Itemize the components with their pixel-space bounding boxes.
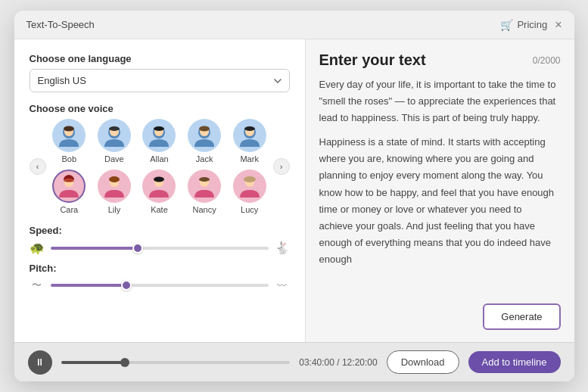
- voice-name-allan: Allan: [150, 154, 168, 163]
- voice-item-nancy[interactable]: Nancy: [184, 170, 225, 214]
- play-pause-button[interactable]: ⏸: [28, 350, 52, 375]
- pricing-button[interactable]: 🛒 Pricing: [500, 19, 547, 31]
- pricing-label: Pricing: [517, 19, 547, 30]
- left-panel: Choose one language English US Choose on…: [14, 39, 306, 342]
- svg-point-8: [154, 126, 164, 131]
- voice-avatar-lucy: [233, 170, 266, 203]
- char-count: 0/2000: [533, 55, 561, 66]
- cart-icon: 🛒: [500, 19, 513, 31]
- voice-prev-arrow[interactable]: ‹: [30, 158, 46, 175]
- voice-name-cara: Cara: [60, 205, 78, 214]
- add-to-timeline-button[interactable]: Add to timeline: [468, 351, 561, 373]
- title-bar: Text-To-Speech 🛒 Pricing ×: [14, 11, 574, 39]
- voice-avatar-jack: [188, 119, 221, 152]
- voice-item-kate[interactable]: Kate: [139, 170, 180, 214]
- voice-name-jack: Jack: [196, 154, 213, 163]
- pitch-low-icon: 〜: [30, 278, 45, 292]
- voice-avatar-bob: [52, 119, 86, 152]
- language-select[interactable]: English US: [30, 69, 290, 92]
- pitch-slider-row: 〜 〰: [30, 278, 290, 292]
- voice-item-jack[interactable]: Jack: [184, 119, 225, 163]
- voice-item-cara[interactable]: Cara: [49, 170, 90, 214]
- speed-slow-icon: 🐢: [30, 241, 45, 255]
- svg-point-20: [154, 177, 164, 182]
- right-panel: Enter your text 0/2000 Every day of your…: [306, 39, 574, 342]
- bottom-bar: ⏸ 03:40:00 / 12:20:00 Download Add to ti…: [14, 342, 574, 381]
- voice-avatar-kate: [142, 170, 176, 203]
- voice-name-mark: Mark: [240, 154, 258, 163]
- app-window: Text-To-Speech 🛒 Pricing × Choose one la…: [14, 11, 574, 381]
- pitch-slider-thumb: [121, 280, 132, 291]
- voice-item-bob[interactable]: Bob: [49, 119, 90, 163]
- speed-fast-icon: 🐇: [275, 241, 290, 255]
- svg-point-2: [64, 126, 74, 132]
- svg-point-18: [109, 176, 120, 182]
- pause-icon: ⏸: [35, 356, 45, 368]
- text-header: Enter your text 0/2000: [319, 51, 561, 69]
- close-button[interactable]: ×: [555, 19, 562, 31]
- voice-avatar-lily: [98, 170, 131, 203]
- generate-button[interactable]: Generate: [483, 303, 560, 330]
- voice-avatar-mark: [233, 119, 266, 152]
- pitch-slider[interactable]: [51, 284, 269, 287]
- progress-bar-fill: [61, 361, 126, 364]
- speed-label: Speed:: [30, 225, 290, 236]
- generate-btn-wrapper: Generate: [319, 303, 561, 330]
- voice-section: Choose one voice ‹: [30, 103, 290, 214]
- voice-avatar-nancy: [188, 170, 221, 203]
- speed-slider-row: 🐢 🐇: [30, 241, 290, 255]
- svg-point-5: [109, 126, 120, 131]
- title-bar-actions: 🛒 Pricing ×: [500, 19, 562, 31]
- svg-point-11: [199, 126, 210, 132]
- voice-name-kate: Kate: [151, 205, 168, 214]
- progress-thumb: [120, 358, 129, 367]
- voice-item-mark[interactable]: Mark: [229, 119, 270, 163]
- voice-grid: Bob: [49, 119, 270, 214]
- text-area[interactable]: Every day of your life, it is important …: [319, 76, 561, 296]
- download-button[interactable]: Download: [387, 350, 459, 374]
- voice-item-lucy[interactable]: Lucy: [229, 170, 270, 214]
- voice-name-lily: Lily: [108, 205, 121, 214]
- text-paragraph-2: Happiness is a state of mind. It starts …: [319, 134, 558, 268]
- voice-next-arrow[interactable]: ›: [273, 158, 290, 175]
- time-display: 03:40:00 / 12:20:00: [299, 357, 377, 368]
- voice-grid-wrapper: ‹: [30, 119, 290, 214]
- app-title: Text-To-Speech: [26, 19, 95, 30]
- svg-point-22: [199, 177, 210, 182]
- pitch-label: Pitch:: [30, 263, 290, 274]
- voice-item-allan[interactable]: Allan: [139, 119, 180, 163]
- slider-section: Speed: 🐢 🐇 Pitch: 〜: [30, 225, 290, 292]
- voice-name-bob: Bob: [62, 154, 77, 163]
- voice-row-2: Cara Lily: [49, 170, 270, 214]
- pitch-high-icon: 〰: [275, 280, 290, 291]
- progress-bar[interactable]: [61, 361, 291, 364]
- voice-avatar-dave: [98, 119, 131, 152]
- speed-slider[interactable]: [51, 247, 269, 250]
- svg-point-24: [244, 176, 256, 182]
- language-section-label: Choose one language: [30, 53, 290, 64]
- pitch-section: Pitch: 〜 〰: [30, 263, 290, 292]
- language-section: Choose one language English US: [30, 53, 290, 92]
- voice-item-dave[interactable]: Dave: [94, 119, 135, 163]
- text-paragraph-1: Every day of your life, it is important …: [319, 76, 558, 126]
- speed-slider-thumb: [132, 243, 143, 254]
- voice-row-1: Bob: [49, 119, 270, 163]
- voice-name-dave: Dave: [104, 154, 124, 163]
- speed-section: Speed: 🐢 🐇: [30, 225, 290, 255]
- voice-section-label: Choose one voice: [30, 103, 290, 114]
- voice-name-lucy: Lucy: [241, 205, 258, 214]
- voice-avatar-cara: [52, 170, 86, 203]
- main-content: Choose one language English US Choose on…: [14, 39, 574, 342]
- text-area-title: Enter your text: [319, 51, 426, 69]
- svg-point-14: [244, 126, 255, 131]
- voice-avatar-allan: [142, 119, 176, 152]
- voice-item-lily[interactable]: Lily: [94, 170, 135, 214]
- voice-name-nancy: Nancy: [192, 205, 216, 214]
